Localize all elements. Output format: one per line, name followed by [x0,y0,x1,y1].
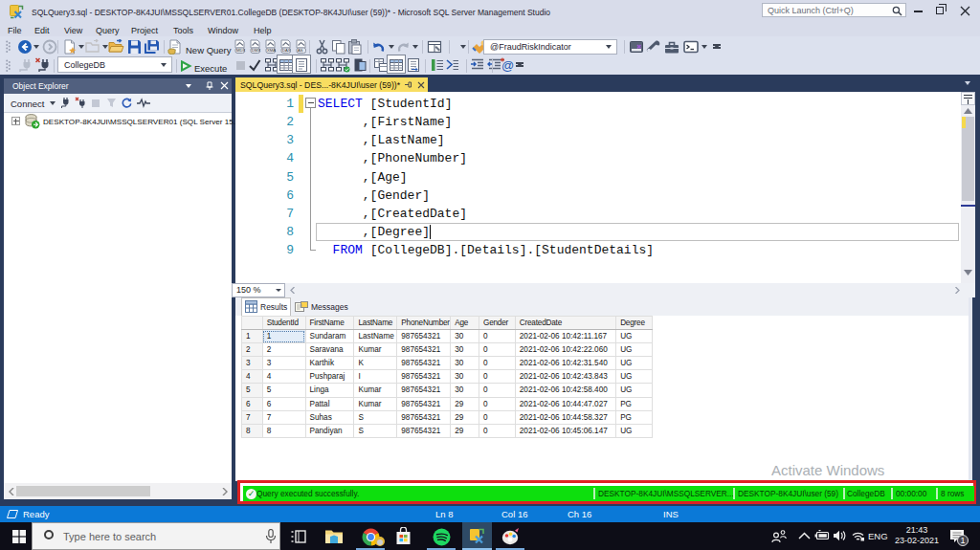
svg-text:XMA: XMA [267,48,276,53]
svg-text:DAX: DAX [282,48,291,53]
svg-text:AS: AS [298,48,303,53]
svg-text:DMX: DMX [252,48,261,53]
svg-text:MDX: MDX [236,48,246,53]
